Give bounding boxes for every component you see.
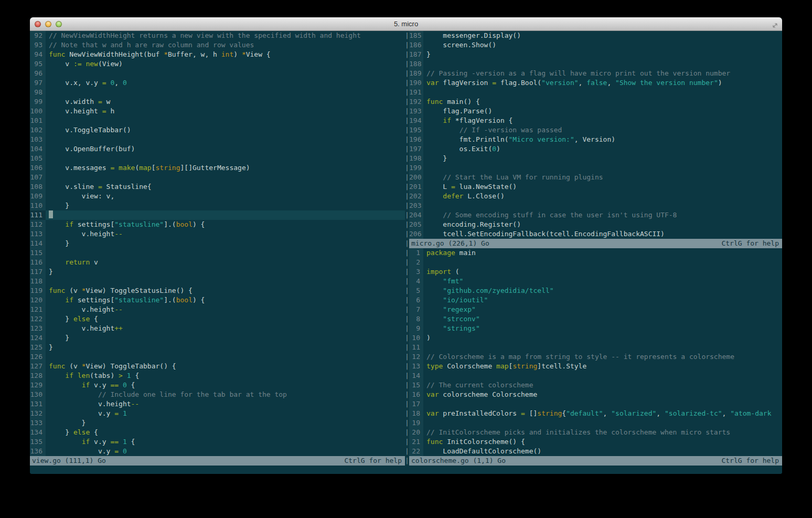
code-line: 11 [409, 343, 782, 352]
window-title: 5. micro [394, 20, 418, 28]
line-number: 108 [30, 182, 46, 192]
window-controls [35, 17, 62, 30]
line-number: 185 [409, 31, 423, 40]
line-number: 15 [409, 380, 423, 390]
line-number: 20 [409, 428, 423, 437]
line-number: 1 [409, 248, 423, 258]
line-number: 106 [30, 163, 46, 173]
line-number: 4 [409, 277, 423, 286]
code-line: 6 "io/ioutil" [409, 295, 782, 305]
line-number: 196 [409, 135, 423, 144]
code-line: 204 // Some encoding stuff in case the u… [409, 210, 782, 220]
code-line: 187} [409, 50, 782, 59]
code-area-micro-go[interactable]: 185 messenger.Display()186 screen.Show()… [409, 31, 782, 239]
line-number: 122 [30, 314, 46, 324]
line-number: 107 [30, 173, 46, 182]
code-line: 93// Note that w and h are raw column an… [30, 40, 405, 50]
statusbar-colorscheme-go: colorscheme.go (1,1) Go CtrlG for help [409, 456, 782, 466]
status-file-info: colorscheme.go (1,1) Go [411, 456, 506, 466]
minimize-icon[interactable] [45, 21, 51, 27]
code-line: 190var flagVersion = flag.Bool("version"… [409, 78, 782, 88]
status-file-info: view.go (111,1) Go [32, 456, 106, 466]
vertical-split-divider[interactable]: ||||||||||||||||||||||||||||||||||||||||… [405, 31, 409, 466]
code-line: 22 LoadDefaultColorscheme() [409, 447, 782, 456]
code-line: 134 } else { [30, 428, 405, 437]
zoom-icon[interactable] [56, 21, 62, 27]
line-number: 192 [409, 97, 423, 107]
line-number: 136 [30, 447, 46, 456]
line-number: 8 [409, 314, 423, 324]
code-line: 100 v.height = h [30, 107, 405, 116]
line-number: 96 [30, 69, 46, 78]
code-line: 94func NewViewWidthHeight(buf *Buffer, w… [30, 50, 405, 59]
code-line: 16var colorscheme Colorscheme [409, 390, 782, 399]
line-number: 120 [30, 295, 46, 305]
code-line: 98 [30, 88, 405, 97]
status-help-hint: CtrlG for help [721, 239, 779, 248]
code-line: 200 // Start the Lua VM for running plug… [409, 173, 782, 182]
code-line: 21func InitColorscheme() { [409, 437, 782, 447]
line-number: 113 [30, 229, 46, 239]
code-line: 188 [409, 59, 782, 69]
line-number: 104 [30, 144, 46, 154]
code-line: 95 v := new(View) [30, 59, 405, 69]
code-line: 2 [409, 258, 782, 267]
close-icon[interactable] [35, 21, 41, 27]
line-number: 129 [30, 380, 46, 390]
code-line: 104 v.OpenBuffer(buf) [30, 144, 405, 154]
code-line: 99 v.width = w [30, 97, 405, 107]
line-number: 13 [409, 362, 423, 371]
code-line: 196 fmt.Println("Micro version:", Versio… [409, 135, 782, 144]
code-line: 5 "github.com/zyedidia/tcell" [409, 286, 782, 295]
code-line: 199 [409, 163, 782, 173]
code-line: 126 [30, 352, 405, 362]
line-number: 130 [30, 390, 46, 399]
line-number: 117 [30, 267, 46, 277]
status-file-info: micro.go (226,1) Go [411, 239, 489, 248]
code-line: 108 v.sline = Statusline{ [30, 182, 405, 192]
code-line: 191 [409, 88, 782, 97]
line-number: 116 [30, 258, 46, 267]
code-area-colorscheme-go[interactable]: 1package main23import (4 "fmt"5 "github.… [409, 248, 782, 456]
line-number: 193 [409, 107, 423, 116]
line-number: 98 [30, 88, 46, 97]
line-number: 11 [409, 343, 423, 352]
code-line: 136 v.y = 0 [30, 447, 405, 456]
line-number: 200 [409, 173, 423, 182]
command-line[interactable] [30, 466, 782, 474]
status-help-hint: CtrlG for help [721, 456, 779, 466]
code-line: 106 v.messages = make(map[string][]Gutte… [30, 163, 405, 173]
line-number: 5 [409, 286, 423, 295]
code-line: 109 view: v, [30, 192, 405, 201]
code-line: 192func main() { [409, 97, 782, 107]
line-number: 111 [30, 210, 46, 220]
code-area-view-go[interactable]: 92// NewViewWidthHeight returns a new vi… [30, 31, 405, 456]
line-number: 190 [409, 78, 423, 88]
code-line: 7 "regexp" [409, 305, 782, 314]
code-line: 19 [409, 418, 782, 428]
title-bar[interactable]: 5. micro [30, 17, 782, 31]
line-number: 134 [30, 428, 46, 437]
code-line: 117} [30, 267, 405, 277]
code-line: 121 v.height-- [30, 305, 405, 314]
code-line: 112 if settings["statusline"].(bool) { [30, 220, 405, 229]
code-line: 122 } else { [30, 314, 405, 324]
code-line: 1package main [409, 248, 782, 258]
resize-icon[interactable] [772, 21, 778, 31]
code-line: 92// NewViewWidthHeight returns a new vi… [30, 31, 405, 40]
code-line: 201 L = lua.NewState() [409, 182, 782, 192]
line-number: 3 [409, 267, 423, 277]
line-number: 127 [30, 362, 46, 371]
code-line: 128 if len(tabs) > 1 { [30, 371, 405, 380]
line-number: 188 [409, 59, 423, 69]
line-number: 2 [409, 258, 423, 267]
line-number: 103 [30, 135, 46, 144]
line-number: 16 [409, 390, 423, 399]
line-number: 187 [409, 50, 423, 59]
code-line: 12// Colorscheme is a map from string to… [409, 352, 782, 362]
code-line: 115 [30, 248, 405, 258]
code-line: 198 } [409, 154, 782, 163]
code-line: 202 defer L.Close() [409, 192, 782, 201]
line-number: 194 [409, 116, 423, 125]
code-line: 195 // If -version was passed [409, 125, 782, 135]
